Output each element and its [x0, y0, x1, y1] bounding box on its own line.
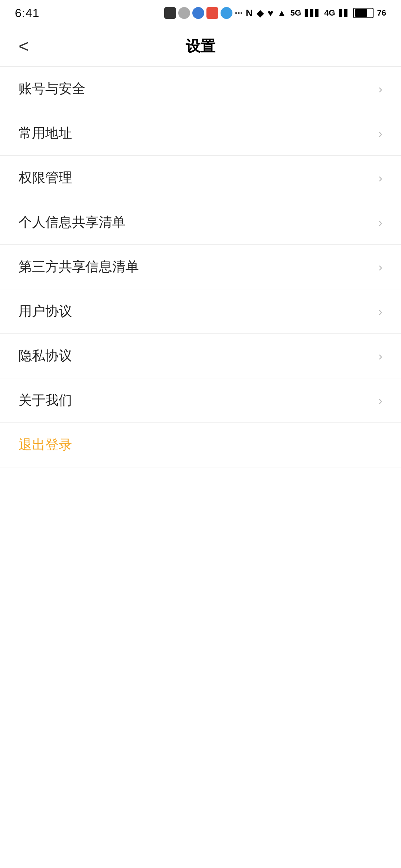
chevron-icon-third-party-share: › — [378, 260, 382, 274]
app-icon-red — [206, 7, 218, 19]
chevron-icon-account-security: › — [378, 82, 382, 96]
more-dots-icon: ··· — [235, 7, 243, 19]
settings-label-about-us: 关于我们 — [19, 391, 72, 410]
settings-label-common-address: 常用地址 — [19, 124, 72, 142]
settings-item-account-security[interactable]: 账号与安全 › — [0, 67, 401, 111]
signal-bars-icon: ▋▋▋ — [305, 9, 320, 17]
settings-label-permissions: 权限管理 — [19, 169, 72, 187]
back-chevron-icon: < — [19, 37, 29, 55]
signal-4g-icon: 4G — [324, 8, 335, 18]
settings-label-privacy-agreement: 隐私协议 — [19, 347, 72, 365]
settings-item-about-us[interactable]: 关于我们 › — [0, 378, 401, 423]
settings-item-third-party-share[interactable]: 第三方共享信息清单 › — [0, 245, 401, 289]
settings-item-personal-info-share[interactable]: 个人信息共享清单 › — [0, 200, 401, 245]
signal-5g-icon: 5G — [290, 8, 301, 18]
app-icon-blue — [192, 7, 204, 19]
settings-label-third-party-share: 第三方共享信息清单 — [19, 258, 139, 276]
status-bar: 6:41 ··· N ◆ ♥ ▲ 5G ▋▋▋ 4G ▋▋ 76 — [0, 0, 401, 26]
logout-item[interactable]: 退出登录 — [0, 423, 401, 467]
settings-item-permissions[interactable]: 权限管理 › — [0, 156, 401, 200]
app-icon-circle — [221, 7, 232, 19]
settings-item-common-address[interactable]: 常用地址 › — [0, 111, 401, 156]
chevron-icon-user-agreement: › — [378, 304, 382, 319]
battery-fill — [355, 9, 368, 17]
chevron-icon-common-address: › — [378, 126, 382, 141]
settings-list: 账号与安全 › 常用地址 › 权限管理 › 个人信息共享清单 › 第三方共享信息… — [0, 67, 401, 467]
page-title: 设置 — [186, 36, 215, 56]
settings-item-user-agreement[interactable]: 用户协议 › — [0, 289, 401, 334]
system-icons: N ◆ ♥ ▲ 5G ▋▋▋ 4G ▋▋ 76 — [246, 7, 386, 19]
nfc-icon: N — [246, 7, 253, 19]
wifi-icon: ▲ — [277, 7, 287, 19]
app-icon-soul — [164, 7, 176, 19]
settings-item-privacy-agreement[interactable]: 隐私协议 › — [0, 334, 401, 378]
logout-label: 退出登录 — [19, 436, 72, 454]
battery-percent: 76 — [377, 8, 386, 18]
location-icon: ♥ — [268, 7, 273, 19]
chevron-icon-about-us: › — [378, 393, 382, 408]
back-button[interactable]: < — [15, 34, 33, 59]
bluetooth-icon: ◆ — [257, 7, 264, 19]
settings-label-account-security: 账号与安全 — [19, 80, 85, 98]
nav-bar: < 设置 — [0, 26, 401, 67]
status-icons: ··· N ◆ ♥ ▲ 5G ▋▋▋ 4G ▋▋ 76 — [164, 7, 386, 19]
settings-label-user-agreement: 用户协议 — [19, 302, 72, 320]
settings-label-personal-info-share: 个人信息共享清单 — [19, 213, 125, 231]
notification-icons: ··· — [164, 7, 243, 19]
chevron-icon-personal-info-share: › — [378, 215, 382, 230]
status-time: 6:41 — [15, 6, 39, 20]
app-icon-msg — [178, 7, 190, 19]
chevron-icon-permissions: › — [378, 171, 382, 185]
signal-bars2-icon: ▋▋ — [339, 9, 349, 17]
battery-icon — [353, 8, 374, 18]
bottom-area — [0, 467, 401, 764]
chevron-icon-privacy-agreement: › — [378, 349, 382, 363]
